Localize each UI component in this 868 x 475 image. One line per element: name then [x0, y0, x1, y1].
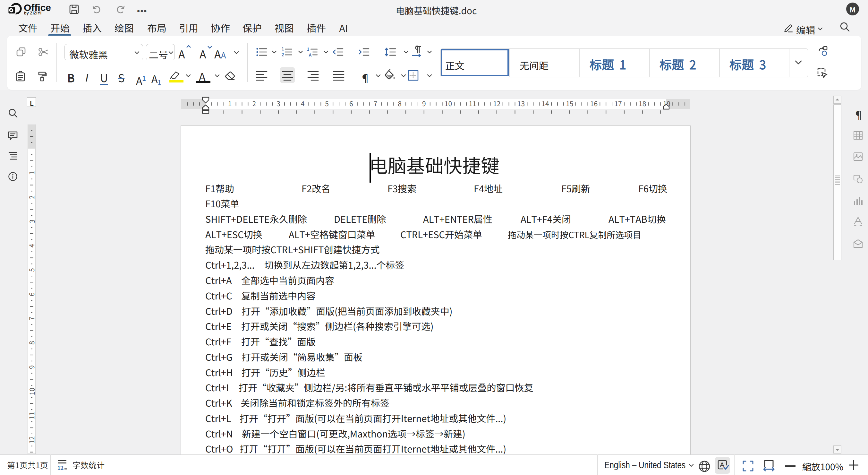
- svg-text:14: 14: [541, 99, 549, 108]
- svg-text:13: 13: [518, 99, 525, 108]
- svg-text:1: 1: [307, 47, 309, 52]
- svg-text:15: 15: [566, 99, 573, 108]
- svg-text:17: 17: [614, 99, 622, 108]
- svg-text:1: 1: [228, 99, 232, 108]
- svg-text:9: 9: [422, 99, 426, 108]
- svg-text:6: 6: [349, 99, 353, 108]
- svg-text:8: 8: [398, 99, 402, 108]
- svg-text:2: 2: [252, 99, 256, 108]
- svg-text:A: A: [309, 52, 312, 57]
- svg-text:4: 4: [301, 99, 305, 108]
- svg-text:10: 10: [444, 99, 452, 108]
- svg-text:3: 3: [277, 99, 280, 108]
- svg-text:1: 1: [282, 47, 284, 52]
- svg-text:7: 7: [374, 99, 377, 108]
- svg-text:2: 2: [282, 51, 284, 57]
- svg-text:16: 16: [590, 99, 597, 108]
- svg-text:12: 12: [57, 464, 63, 471]
- svg-text:18: 18: [639, 99, 646, 108]
- svg-text:11: 11: [469, 99, 476, 108]
- svg-text:1: 1: [28, 171, 36, 175]
- svg-text:5: 5: [325, 99, 329, 108]
- svg-text:12: 12: [493, 99, 500, 108]
